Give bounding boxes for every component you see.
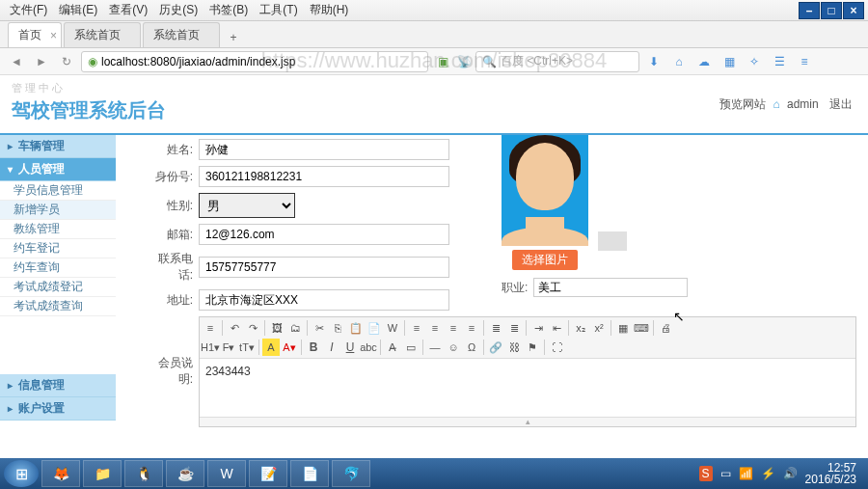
list-ul-icon[interactable]: ≣ — [505, 319, 523, 337]
tab-2[interactable]: 系统首页 — [143, 22, 220, 47]
sup-icon[interactable]: x² — [590, 319, 608, 337]
tray-battery-icon[interactable]: ⚡ — [761, 467, 775, 480]
user-link[interactable]: admin — [787, 97, 819, 111]
job-input[interactable] — [533, 278, 688, 297]
sidebar-item-coach[interactable]: 教练管理 — [0, 220, 116, 239]
email-input[interactable] — [199, 224, 449, 245]
copy-icon[interactable]: ⎘ — [329, 319, 346, 337]
list-ol-icon[interactable]: ≣ — [487, 319, 504, 337]
fontfamily-icon[interactable]: F▾ — [220, 339, 237, 356]
sub-icon[interactable]: x₂ — [572, 319, 589, 337]
menu-bookmarks[interactable]: 书签(B) — [203, 2, 254, 18]
addr-input[interactable] — [199, 289, 449, 311]
selectall-icon[interactable]: ▭ — [402, 339, 420, 356]
menu-file[interactable]: 文件(F) — [4, 2, 53, 18]
fontsize-icon[interactable]: tT▾ — [238, 339, 256, 356]
align-center-icon[interactable]: ≡ — [426, 319, 444, 337]
sidebar-item-student-info[interactable]: 学员信息管理 — [0, 181, 116, 201]
image-icon[interactable]: 🖼 — [268, 319, 285, 337]
menu-edit[interactable]: 编辑(E) — [53, 2, 103, 18]
name-input[interactable] — [199, 139, 449, 160]
menu-view[interactable]: 查看(V) — [103, 2, 153, 18]
outdent-icon[interactable]: ⇤ — [548, 319, 565, 337]
removeformat-icon[interactable]: A̶ — [384, 339, 401, 356]
menu-help[interactable]: 帮助(H) — [304, 2, 355, 18]
url-box[interactable]: ◉ localhost:8080/jiaxiao/admin/index.jsp — [81, 51, 428, 72]
cut-icon[interactable]: ✂ — [311, 319, 328, 337]
choose-photo-button[interactable]: 选择图片 — [512, 250, 578, 270]
close-button[interactable]: × — [843, 2, 864, 19]
fontcolor-icon[interactable]: A▾ — [281, 339, 298, 356]
cloud-icon[interactable]: ☁ — [693, 51, 715, 72]
gender-select[interactable]: 男 — [199, 193, 295, 218]
id-input[interactable] — [199, 166, 449, 187]
table-icon[interactable]: ▦ — [614, 319, 632, 337]
fullscreen-icon[interactable]: ⛶ — [548, 339, 565, 356]
indent-icon[interactable]: ⇥ — [529, 319, 547, 337]
clock[interactable]: 12:57 2016/5/23 — [805, 462, 856, 485]
close-icon[interactable]: × — [50, 29, 57, 42]
maximize-button[interactable]: □ — [821, 2, 842, 19]
emoji-icon[interactable]: ☺ — [445, 339, 462, 356]
task-word[interactable]: W — [207, 460, 246, 487]
sidebar-item-exam-query[interactable]: 考试成绩查询 — [0, 297, 116, 316]
task-qq[interactable]: 🐧 — [124, 460, 163, 487]
search-box[interactable]: 🔍 百度 <Ctrl+K> — [475, 51, 639, 72]
preview-link[interactable]: 预览网站 — [719, 97, 766, 111]
grid-icon[interactable]: ▦ — [719, 51, 740, 72]
sidebar-group-personnel[interactable]: ▾人员管理 — [0, 158, 116, 181]
strike-icon[interactable]: abc — [360, 339, 377, 356]
sidebar-item-booking[interactable]: 约车登记 — [0, 239, 116, 258]
menu-tools[interactable]: 工具(T) — [254, 2, 303, 18]
chat-icon[interactable]: ☰ — [769, 51, 790, 72]
tab-0[interactable]: 首页× — [8, 22, 62, 47]
home-icon[interactable]: ⌂ — [668, 51, 690, 72]
paste-text-icon[interactable]: 📄 — [366, 319, 383, 337]
code-icon[interactable]: ⌨ — [633, 319, 650, 337]
paste-icon[interactable]: 📋 — [347, 319, 365, 337]
multi-image-icon[interactable]: 🗂 — [286, 319, 304, 337]
link-icon[interactable]: 🔗 — [487, 339, 504, 356]
source-icon[interactable]: ≡ — [202, 319, 219, 337]
highlight-icon[interactable]: A — [262, 339, 280, 356]
task-firefox[interactable]: 🦊 — [41, 460, 80, 487]
upload-placeholder[interactable] — [598, 231, 627, 251]
feed-icon[interactable]: 📡 — [457, 55, 472, 68]
tray-network-icon[interactable]: 📶 — [739, 467, 753, 480]
underline-icon[interactable]: U — [341, 339, 359, 356]
task-ide[interactable]: ☕ — [166, 460, 204, 487]
sidebar-item-exam-register[interactable]: 考试成绩登记 — [0, 278, 116, 297]
task-mysql[interactable]: 🐬 — [332, 460, 370, 487]
char-icon[interactable]: Ω — [463, 339, 480, 356]
task-wordpad[interactable]: 📄 — [290, 460, 329, 487]
anchor-icon[interactable]: ⚑ — [524, 339, 541, 356]
redo-icon[interactable]: ↷ — [244, 319, 261, 337]
logout-link[interactable]: 退出 — [829, 97, 853, 111]
back-button[interactable]: ◄ — [6, 51, 27, 72]
tab-1[interactable]: 系统首页 — [64, 22, 141, 47]
editor-body[interactable]: 2343443 — [200, 359, 855, 417]
forward-button[interactable]: ► — [31, 51, 52, 72]
undo-icon[interactable]: ↶ — [226, 319, 243, 337]
download-icon[interactable]: ⬇ — [643, 51, 665, 72]
tray-volume-icon[interactable]: 🔊 — [783, 467, 798, 480]
paste-word-icon[interactable]: W — [384, 319, 401, 337]
minimize-button[interactable]: – — [799, 2, 820, 19]
tray-flag-icon[interactable]: ▭ — [720, 467, 731, 480]
print-icon[interactable]: 🖨 — [657, 319, 674, 337]
share-icon[interactable]: ✧ — [744, 51, 765, 72]
reload-button[interactable]: ↻ — [56, 51, 77, 72]
bold-icon[interactable]: B — [305, 339, 322, 356]
align-justify-icon[interactable]: ≡ — [463, 319, 480, 337]
more-icon[interactable]: ≡ — [794, 51, 815, 72]
shield-icon[interactable]: ▣ — [432, 51, 453, 72]
hr-icon[interactable]: — — [426, 339, 444, 356]
align-left-icon[interactable]: ≡ — [408, 319, 425, 337]
start-button[interactable]: ⊞ — [4, 460, 39, 487]
editor-resize[interactable]: ▴ — [200, 417, 855, 426]
sidebar-group-info[interactable]: ▸信息管理 — [0, 374, 116, 397]
new-tab-button[interactable]: + — [222, 28, 245, 47]
sidebar-item-booking-query[interactable]: 约车查询 — [0, 258, 116, 278]
unlink-icon[interactable]: ⛓ — [505, 339, 523, 356]
align-right-icon[interactable]: ≡ — [445, 319, 462, 337]
